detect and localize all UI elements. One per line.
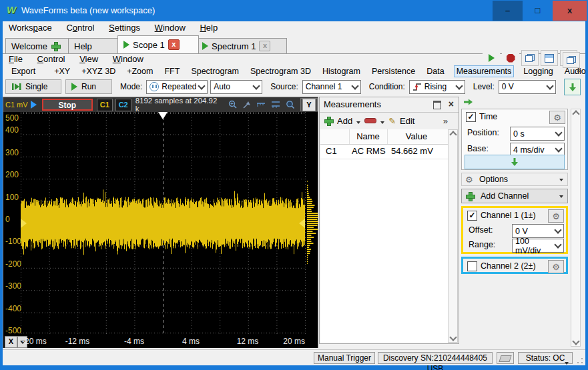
maximize-button[interactable]: □ bbox=[523, 1, 553, 21]
auto-select[interactable]: Auto bbox=[210, 80, 262, 94]
toolbar-spectrogram-3d[interactable]: Spectrogram 3D bbox=[248, 66, 313, 77]
y-tick-label: -300 bbox=[5, 281, 21, 291]
y-axis-button[interactable]: Y bbox=[302, 99, 316, 111]
level-auto-set-button[interactable] bbox=[564, 79, 581, 95]
column-header-value[interactable]: Value bbox=[387, 131, 446, 141]
toolbar-overflow-chevron[interactable]: » bbox=[577, 65, 581, 75]
scroll-down-icon[interactable] bbox=[449, 333, 457, 342]
toolbar-measurements[interactable]: Measurements bbox=[454, 65, 515, 77]
samples-status: 8192 samples at 204.92 k bbox=[135, 97, 223, 113]
status-dropdown[interactable]: Status: OC bbox=[518, 352, 573, 364]
source-select[interactable]: Channel 1 bbox=[302, 80, 361, 94]
channel-1-settings-button[interactable]: ⚙ bbox=[548, 209, 564, 223]
tab-welcome[interactable]: Welcome bbox=[5, 38, 72, 53]
add-measurement-icon[interactable] bbox=[324, 116, 333, 125]
expand-arrow-icon[interactable] bbox=[31, 101, 37, 109]
float-panel-icon[interactable] bbox=[433, 101, 441, 109]
time-checkbox[interactable]: ✓ bbox=[466, 112, 476, 122]
manual-trigger-button[interactable]: Manual Trigger bbox=[314, 352, 375, 364]
toolbar-audio[interactable]: Audio bbox=[563, 66, 588, 77]
mode-select[interactable]: Repeated bbox=[146, 80, 208, 94]
pointer-arrow-icon[interactable] bbox=[242, 101, 252, 109]
toolbar-persistence[interactable]: Persistence bbox=[370, 66, 417, 77]
remove-measurement-icon[interactable] bbox=[364, 118, 376, 123]
horizontal-measure-icon[interactable] bbox=[256, 101, 266, 109]
position-select[interactable]: 0 s bbox=[510, 127, 565, 141]
channel-1-toggle[interactable]: C1 bbox=[97, 99, 113, 111]
toolbar-fft[interactable]: FFT bbox=[162, 66, 182, 77]
magnifier-icon[interactable] bbox=[286, 100, 295, 109]
status-bar: Manual Trigger Discovery SN:210244448405… bbox=[3, 349, 585, 366]
dual-measure-icon[interactable] bbox=[271, 101, 281, 109]
toolbar-data[interactable]: Data bbox=[424, 66, 446, 77]
tab-help[interactable]: Help bbox=[68, 38, 121, 53]
range-select[interactable]: 100 mV/div bbox=[512, 239, 564, 253]
menu-help[interactable]: Help bbox=[194, 21, 224, 34]
menu-workspace[interactable]: Workspace bbox=[3, 21, 58, 34]
config-scrollbar[interactable] bbox=[571, 109, 581, 347]
device-button[interactable]: Discovery SN:210244448405 USB bbox=[378, 352, 493, 364]
stop-button[interactable]: Stop bbox=[42, 99, 93, 111]
menu-view[interactable]: View bbox=[73, 53, 104, 65]
device-icon-button[interactable] bbox=[497, 352, 514, 364]
chevron-down-icon[interactable] bbox=[356, 121, 360, 124]
menu-file[interactable]: File bbox=[3, 53, 29, 65]
time-section: ✓ Time ⚙ Position: 0 s Base: 4 ms/div bbox=[461, 109, 568, 170]
y-tick-label: -100 bbox=[5, 237, 21, 246]
toolbar-add-xy[interactable]: +XY bbox=[52, 66, 72, 77]
green-right-arrow-icon[interactable] bbox=[463, 98, 474, 106]
level-select[interactable]: 0 V bbox=[499, 80, 556, 94]
measurements-overflow-chevron[interactable]: » bbox=[443, 116, 448, 126]
run-button[interactable]: Run bbox=[65, 79, 112, 94]
measurement-name: AC RMS bbox=[352, 146, 386, 156]
toolbar-logging[interactable]: Logging bbox=[521, 66, 555, 77]
close-panel-icon[interactable]: × bbox=[449, 99, 454, 109]
measurements-scrollbar[interactable] bbox=[448, 129, 458, 343]
scroll-down-icon[interactable] bbox=[571, 337, 580, 346]
toolbar-histogram[interactable]: Histogram bbox=[320, 66, 362, 77]
menu-window[interactable]: Window bbox=[149, 21, 192, 34]
waveform-plot[interactable] bbox=[21, 112, 318, 335]
toolbar-spectrogram[interactable]: Spectrogram bbox=[189, 66, 241, 77]
channel-unit-label: C1 mV bbox=[5, 101, 31, 109]
channel-2-toggle[interactable]: C2 bbox=[115, 99, 131, 111]
channel-1-checkbox[interactable]: ✓ bbox=[467, 211, 477, 221]
column-header-name[interactable]: Name bbox=[349, 131, 387, 141]
scroll-up-icon[interactable] bbox=[449, 130, 457, 139]
add-channel-button[interactable]: Add Channel bbox=[461, 189, 568, 203]
menu-window-2[interactable]: Window bbox=[107, 53, 150, 65]
single-button[interactable]: Single bbox=[5, 79, 61, 94]
green-down-arrow-icon bbox=[569, 83, 577, 92]
channel-2-checkbox[interactable] bbox=[467, 261, 477, 271]
close-button[interactable]: x bbox=[553, 1, 587, 21]
close-tab-icon[interactable]: x bbox=[168, 39, 180, 50]
measurement-row[interactable]: C1 AC RMS 54.662 mV bbox=[320, 144, 449, 159]
zoom-in-icon[interactable] bbox=[228, 100, 238, 109]
menu-settings[interactable]: Settings bbox=[103, 21, 146, 34]
options-row[interactable]: ⚙ Options bbox=[461, 173, 568, 186]
time-apply-button[interactable] bbox=[465, 155, 565, 169]
menu-control-2[interactable]: Control bbox=[31, 53, 71, 65]
toolbar-add-xyz-3d[interactable]: +XYZ 3D bbox=[79, 66, 117, 77]
gear-icon: ⚙ bbox=[552, 263, 560, 271]
channel-2-settings-button[interactable]: ⚙ bbox=[548, 260, 564, 273]
menu-control[interactable]: Control bbox=[60, 21, 100, 34]
toolbar-add-zoom[interactable]: +Zoom bbox=[125, 66, 155, 77]
close-tab-icon[interactable]: x bbox=[259, 41, 270, 51]
add-measurement-button[interactable]: Add bbox=[337, 116, 352, 126]
edit-measurement-button[interactable]: Edit bbox=[400, 116, 414, 126]
add-instrument-icon[interactable] bbox=[51, 41, 60, 51]
tab-scope-1[interactable]: Scope 1 x bbox=[117, 35, 199, 53]
time-settings-button[interactable]: ⚙ bbox=[549, 111, 565, 124]
resize-grip[interactable] bbox=[577, 357, 583, 364]
x-axis-button[interactable]: X bbox=[5, 336, 17, 348]
toolbar-export[interactable]: Export bbox=[9, 66, 37, 77]
tab-spectrum-1[interactable]: Spectrum 1 x bbox=[196, 38, 287, 53]
measurements-titlebar: Measurements × bbox=[320, 97, 459, 113]
x-tick-label: 12 ms bbox=[233, 337, 262, 346]
scroll-up-icon[interactable] bbox=[571, 109, 580, 119]
condition-select[interactable]: Rising bbox=[409, 80, 465, 94]
chevron-down-icon[interactable] bbox=[380, 121, 384, 124]
minimize-button[interactable]: – bbox=[493, 1, 523, 21]
channel-1-header-row: ✓ Channel 1 (1±) ⚙ bbox=[463, 208, 566, 223]
